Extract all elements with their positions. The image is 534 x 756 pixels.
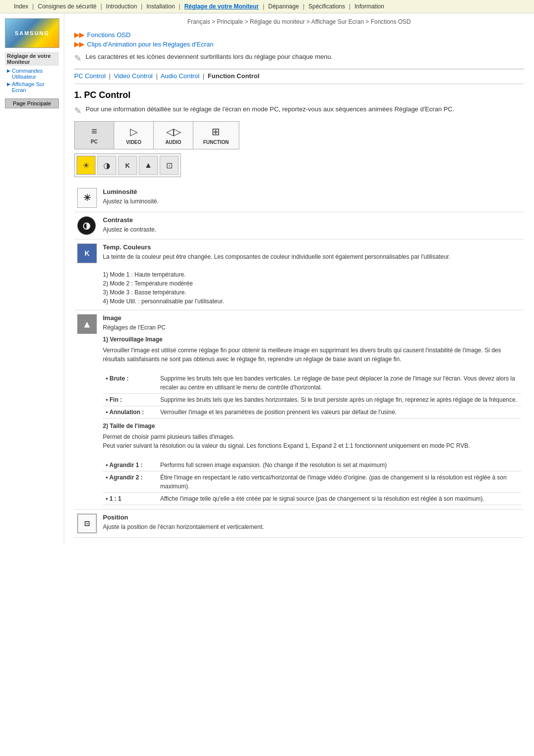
list-item: • 1 : 1 Affiche l'image telle qu'elle a … <box>103 493 521 505</box>
function-tab-icon: ⊞ <box>212 126 220 138</box>
table-row-position: ⊡ Position Ajuste la position de l'écran… <box>74 510 524 538</box>
audio-control-tab[interactable]: Audio Control <box>161 72 200 80</box>
section-link-fonctions[interactable]: ▶▶ Fonctions OSD <box>74 31 524 39</box>
taille-title: 2) Taille de l'image <box>103 422 521 430</box>
fonctions-osd-link[interactable]: Fonctions OSD <box>87 31 131 39</box>
note-icon-2: ✎ <box>74 105 82 116</box>
position-title: Position <box>103 514 521 521</box>
temp-mode4: 4) Mode Util. : personnalisable par l'ut… <box>103 298 224 305</box>
luminosite-title: Luminosité <box>103 188 521 195</box>
position-desc: Ajuste la position de l'écran horizontal… <box>103 522 521 531</box>
icon-cell-temp: K <box>74 239 100 310</box>
pc-control-tab[interactable]: PC Control <box>74 72 106 80</box>
sub-icon-temp[interactable]: K <box>118 156 137 175</box>
content-cell-luminosite: Luminosité Ajustez la luminosité. <box>100 184 524 212</box>
icon-tabs-row: ≡ PC ▷ VIDEO ◁▷ AUDIO ⊞ FUNCTION <box>74 121 239 149</box>
temp-title: Temp. Couleurs <box>103 243 521 251</box>
sidebar-link-label: Commandes Utilisateur <box>12 68 59 80</box>
taille-section: 2) Taille de l'image Permet de choisir p… <box>103 422 521 505</box>
tab-function[interactable]: ⊞ FUNCTION <box>193 122 239 149</box>
section-note-text: Pour une information détaillée sur le ré… <box>86 105 454 113</box>
table-row-contraste: ◑ Contraste Ajustez le contraste. <box>74 212 524 239</box>
double-arrow-icon: ▶▶ <box>74 31 84 39</box>
top-navigation: Index | Consignes de sécurité | Introduc… <box>0 0 534 13</box>
sidebar-link-label-2: Affichage Sur Ecran <box>12 81 59 93</box>
verrouillage-title: 1) Verrouillage Image <box>103 335 521 344</box>
info-note-text: Les caractères et les icônes deviennent … <box>86 53 333 60</box>
def-fin: Supprime les bruits tels que les bandes … <box>157 394 521 406</box>
contraste-icon: ◑ <box>77 216 96 235</box>
nav-index[interactable]: Index <box>10 3 32 10</box>
function-tab-label: FUNCTION <box>203 140 229 145</box>
taille-desc: Permet de choisir parmi plusieurs taille… <box>103 432 521 450</box>
sidebar-link-commandes[interactable]: ▶ Commandes Utilisateur <box>5 68 59 80</box>
icon-cell-luminosite: ☀ <box>74 184 100 212</box>
clips-animation-link[interactable]: Clips d'Animation pour les Réglages d'Ec… <box>87 41 214 48</box>
verrouillage-items-table: • Brute : Supprime les bruits tels que l… <box>103 373 521 419</box>
verrouillage-desc: Verrouiller l'image est utilisé comme ré… <box>103 346 521 364</box>
tab-audio[interactable]: ◁▷ AUDIO <box>154 122 193 149</box>
list-item: • Agrandir 2 : Étire l'image en respecta… <box>103 472 521 493</box>
sub-icon-image[interactable]: ▲ <box>139 156 158 175</box>
sub-icon-brightness[interactable]: ☀ <box>77 156 95 175</box>
content-table: ☀ Luminosité Ajustez la luminosité. ◑ Co… <box>74 184 524 538</box>
breadcrumb: Français > Principale > Réglage du monit… <box>74 18 524 25</box>
term-agrandir1: • Agrandir 1 : <box>103 459 157 472</box>
def-brute: Supprime les bruits tels que les bandes … <box>157 373 521 394</box>
table-row-luminosite: ☀ Luminosité Ajustez la luminosité. <box>74 184 524 212</box>
nav-installation[interactable]: Installation <box>142 3 178 10</box>
term-agrandir2: • Agrandir 2 : <box>103 472 157 493</box>
temp-desc: La teinte de la couleur peut être changé… <box>103 252 521 306</box>
nav-depannage[interactable]: Dépannage <box>265 3 303 10</box>
image-icon: ▲ <box>77 314 97 334</box>
image-desc-main: Réglages de l'Ecran PC <box>103 324 166 331</box>
video-tab-icon: ▷ <box>130 126 137 138</box>
def-annulation: Verrouiller l'image et les paramètres de… <box>157 406 521 419</box>
verrouillage-section: 1) Verrouillage Image Verrouiller l'imag… <box>103 335 521 419</box>
pc-tab-icon: ≡ <box>91 126 97 137</box>
page-principale-button[interactable]: Page Principale <box>5 98 59 108</box>
nav-reglage[interactable]: Réglage de votre Moniteur <box>180 3 263 10</box>
tab-video[interactable]: ▷ VIDEO <box>114 122 154 149</box>
temp-mode1: 1) Mode 1 : Haute température. <box>103 271 185 278</box>
control-tabs-line: PC Control | Video Control | Audio Contr… <box>74 69 524 80</box>
tab-pc[interactable]: ≡ PC <box>75 122 114 149</box>
def-agrandir2: Étire l'image en respectant le ratio ver… <box>157 472 521 493</box>
arrow-icon-2: ▶ <box>7 82 10 87</box>
sidebar-section-title: Réglage de votre Moniteur <box>5 52 59 66</box>
nav-consignes[interactable]: Consignes de sécurité <box>34 3 100 10</box>
icon-cell-contraste: ◑ <box>74 212 100 239</box>
logo-text: SAMSUNG <box>15 30 49 36</box>
nav-information[interactable]: Information <box>351 3 388 10</box>
image-title: Image <box>103 314 521 322</box>
video-control-tab[interactable]: Video Control <box>114 72 153 80</box>
content-cell-contraste: Contraste Ajustez le contraste. <box>100 212 524 239</box>
contraste-title: Contraste <box>103 216 521 224</box>
temp-mode2: 2) Mode 2 : Température modérée <box>103 280 193 287</box>
temp-mode3: 3) Mode 3 : Basse température. <box>103 289 186 296</box>
list-item: • Brute : Supprime les bruits tels que l… <box>103 373 521 394</box>
temp-icon: K <box>77 243 97 263</box>
sidebar-link-affichage[interactable]: ▶ Affichage Sur Ecran <box>5 81 59 93</box>
def-agrandir1: Performs full screen image expansion. (N… <box>157 459 521 472</box>
arrow-icon: ▶ <box>7 68 10 73</box>
section-link-clips[interactable]: ▶▶ Clips d'Animation pour les Réglages d… <box>74 41 524 48</box>
table-row-temp-couleurs: K Temp. Couleurs La teinte de la couleur… <box>74 239 524 310</box>
list-item: • Fin : Supprime les bruits tels que les… <box>103 394 521 406</box>
content-cell-image: Image Réglages de l'Ecran PC 1) Verrouil… <box>100 310 524 510</box>
sub-icon-contrast[interactable]: ◑ <box>97 156 116 175</box>
content-cell-temp: Temp. Couleurs La teinte de la couleur p… <box>100 239 524 310</box>
section-links: ▶▶ Fonctions OSD ▶▶ Clips d'Animation po… <box>74 31 524 48</box>
nav-introduction[interactable]: Introduction <box>102 3 141 10</box>
section-heading: 1. PC Control <box>74 90 524 100</box>
list-item: • Agrandir 1 : Performs full screen imag… <box>103 459 521 472</box>
nav-specifications[interactable]: Spécifications <box>305 3 349 10</box>
content-cell-position: Position Ajuste la position de l'écran h… <box>100 510 524 538</box>
function-control-tab[interactable]: Function Control <box>208 72 260 80</box>
term-fin: • Fin : <box>103 394 157 406</box>
video-tab-label: VIDEO <box>126 140 141 145</box>
sub-icon-position[interactable]: ⊡ <box>160 156 178 175</box>
position-icon: ⊡ <box>77 514 97 533</box>
list-item: • Annulation : Verrouiller l'image et le… <box>103 406 521 419</box>
luminosite-icon: ☀ <box>77 188 97 208</box>
